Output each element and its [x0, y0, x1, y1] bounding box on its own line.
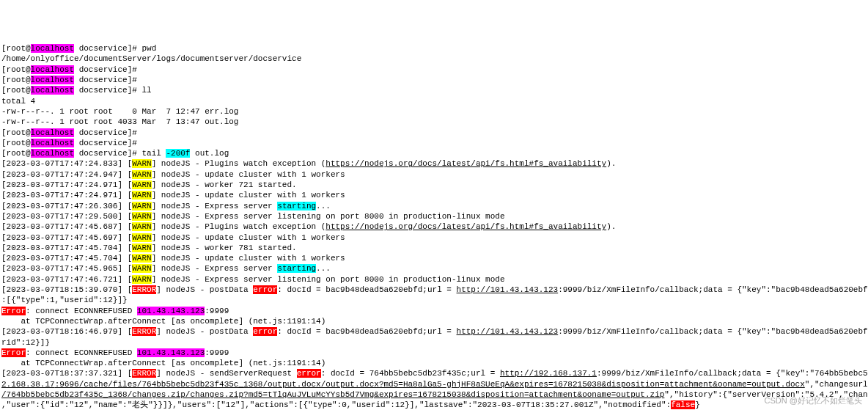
log-line: [root@localhost docservice]# [1, 128, 867, 138]
log-line: [root@localhost docservice]# [1, 138, 867, 148]
log-line: total 4 [1, 96, 867, 106]
log-line: [2023-03-07T17:47:45.697] [WARN] nodeJS … [1, 233, 867, 243]
log-line: [2023-03-07T17:47:24.971] [WARN] nodeJS … [1, 190, 867, 200]
log-line: Error: connect ECONNREFUSED 101.43.143.1… [1, 348, 867, 358]
log-line: [2023-03-07T17:47:46.721] [WARN] nodeJS … [1, 274, 867, 285]
log-line: [2023-03-07T17:47:45.704] [WARN] nodeJS … [1, 243, 867, 253]
log-line: Error: connect ECONNREFUSED 101.43.143.1… [1, 306, 867, 316]
log-line: -rw-r--r--. 1 root root 0 Mar 7 12:47 er… [1, 106, 867, 117]
log-line: [2023-03-07T17:47:24.833] [WARN] nodeJS … [1, 158, 867, 169]
log-line: [root@localhost docservice]# [1, 75, 867, 85]
log-line: [2023-03-07T17:47:24.947] [WARN] nodeJS … [1, 169, 867, 180]
log-line: [root@localhost docservice]# ll [1, 85, 867, 95]
log-line: [2023-03-07T18:15:39.070] [ERROR] nodeJS… [1, 285, 867, 295]
log-line: rid":12}]} [1, 337, 867, 348]
log-line: [root@localhost docservice]# pwd [1, 43, 867, 54]
log-line: [2023-03-07T18:16:46.979] [ERROR] nodeJS… [1, 326, 867, 337]
log-line: [2023-03-07T17:47:26.306] [WARN] nodeJS … [1, 201, 867, 211]
log-line: [root@localhost docservice]# [1, 65, 867, 75]
log-line: at TCPConnectWrap.afterConnect [as oncom… [1, 316, 867, 326]
watermark: CSDN @好记忆不如烂笔头 [765, 395, 862, 406]
log-line: ,"user":{"id":"12","name":"老头"}}]},"user… [1, 400, 867, 410]
log-line: -rw-r--r--. 1 root root 4033 Mar 7 13:47… [1, 117, 867, 127]
log-line: at TCPConnectWrap.afterConnect [as oncom… [1, 358, 867, 368]
log-line: [2023-03-07T18:37:37.321] [ERROR] nodeJS… [1, 368, 867, 378]
log-line: [2023-03-07T17:47:45.704] [WARN] nodeJS … [1, 253, 867, 263]
log-line: [2023-03-07T17:47:29.500] [WARN] nodeJS … [1, 211, 867, 222]
log-line: [2023-03-07T17:47:45.687] [WARN] nodeJS … [1, 222, 867, 232]
log-line: /764bb5bebc5db23f435c_1368/changes.zip/c… [1, 389, 867, 400]
log-line: :[{"type":1,"userid":12}]} [1, 295, 867, 305]
log-line: /home/onlyoffice/documentServer/logs/doc… [1, 54, 867, 64]
log-line: [2023-03-07T17:47:24.971] [WARN] nodeJS … [1, 180, 867, 190]
log-line: 2.168.38.17:9696/cache/files/764bb5bebc5… [1, 379, 867, 389]
log-line: [root@localhost docservice]# tail -200f … [1, 148, 867, 158]
log-line: [2023-03-07T17:47:45.965] [WARN] nodeJS … [1, 263, 867, 274]
terminal-output: [root@localhost docservice]# pwd/home/on… [1, 43, 867, 410]
